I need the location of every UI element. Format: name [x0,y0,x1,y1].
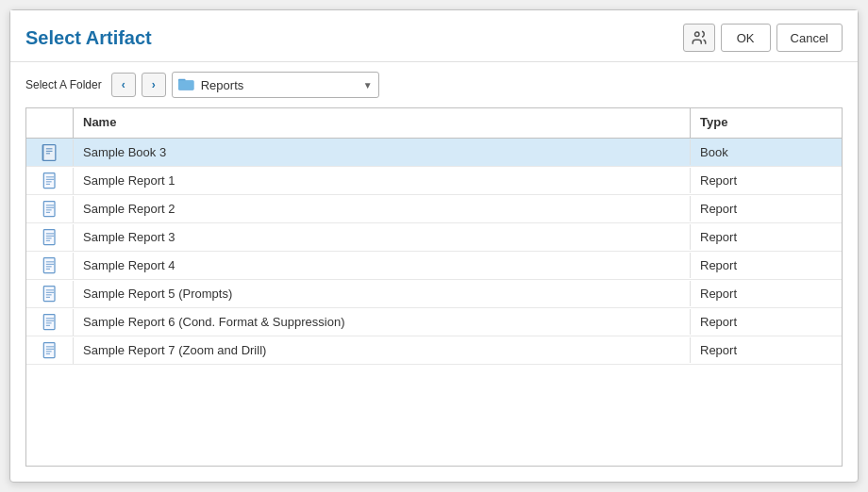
col-name-header: Name [74,108,691,138]
report-icon [41,200,59,219]
svg-rect-14 [43,201,55,216]
users-icon [691,29,708,46]
dialog-header: Select Artifact OK Cancel [10,10,858,62]
row-icon-cell [26,309,74,336]
svg-rect-29 [43,286,55,301]
artifact-table: Name Type Sample Book 3Book Sample Repor… [25,107,843,467]
col-icon-header [26,108,74,138]
svg-rect-4 [42,144,55,160]
table-body: Sample Book 3Book Sample Report 1Report … [26,139,842,466]
col-type-header: Type [691,108,842,138]
table-header: Name Type [26,108,842,139]
back-button[interactable]: ‹ [111,73,136,97]
row-icon-cell [26,253,74,279]
report-icon [41,313,59,332]
row-name: Sample Report 6 (Cond. Format & Suppress… [74,309,691,335]
table-row[interactable]: Sample Book 3Book [26,139,842,167]
folder-icon [178,76,195,94]
row-name: Sample Report 4 [74,253,691,278]
table-row[interactable]: Sample Report 4Report [26,252,842,280]
svg-rect-34 [43,314,55,329]
svg-rect-9 [43,172,55,188]
report-icon [41,228,59,247]
row-name: Sample Report 3 [74,224,691,250]
report-icon [41,172,59,190]
report-icon [41,256,59,275]
svg-rect-3 [178,80,194,90]
row-type: Report [691,224,842,250]
row-name: Sample Report 5 (Prompts) [74,281,691,306]
row-type: Report [691,168,842,193]
row-type: Report [691,253,842,278]
table-row[interactable]: Sample Report 3Report [26,223,842,252]
report-icon [41,341,59,360]
row-type: Report [691,281,842,306]
row-icon-cell [26,196,74,222]
row-type: Report [691,196,842,221]
row-name: Sample Report 1 [74,168,691,193]
folder-toolbar: Select A Folder ‹ › Reports ▼ [10,62,858,107]
ok-button[interactable]: OK [721,24,771,52]
row-type: Report [691,309,842,335]
row-name: Sample Report 2 [74,196,691,221]
row-name: Sample Report 7 (Zoom and Drill) [74,337,691,363]
row-type: Book [691,139,842,165]
select-folder-label: Select A Folder [25,78,102,91]
table-row[interactable]: Sample Report 2Report [26,195,842,223]
svg-rect-24 [43,257,55,272]
header-buttons: OK Cancel [683,24,843,52]
row-icon-cell [26,281,74,307]
select-artifact-dialog: Select Artifact OK Cancel Select A Folde… [9,9,859,483]
folder-dropdown[interactable]: Reports ▼ [172,72,379,98]
table-row[interactable]: Sample Report 5 (Prompts)Report [26,280,842,308]
cancel-button[interactable]: Cancel [776,24,843,52]
dialog-title: Select Artifact [25,27,152,49]
row-icon-cell [26,168,74,194]
table-row[interactable]: Sample Report 6 (Cond. Format & Suppress… [26,308,842,336]
table-row[interactable]: Sample Report 1Report [26,167,842,195]
row-icon-cell [26,139,74,166]
svg-point-0 [694,32,699,37]
row-icon-cell [26,337,74,364]
svg-rect-19 [43,229,55,244]
report-icon [41,285,59,303]
folder-name: Reports [201,78,358,92]
row-icon-cell [26,224,74,251]
svg-rect-39 [43,342,55,357]
users-icon-button[interactable] [683,24,715,52]
book-icon [41,143,59,162]
row-name: Sample Book 3 [74,139,691,165]
dropdown-arrow-icon: ▼ [363,80,373,90]
forward-button[interactable]: › [142,73,166,97]
row-type: Report [691,337,842,363]
table-row[interactable]: Sample Report 7 (Zoom and Drill)Report [26,336,842,365]
